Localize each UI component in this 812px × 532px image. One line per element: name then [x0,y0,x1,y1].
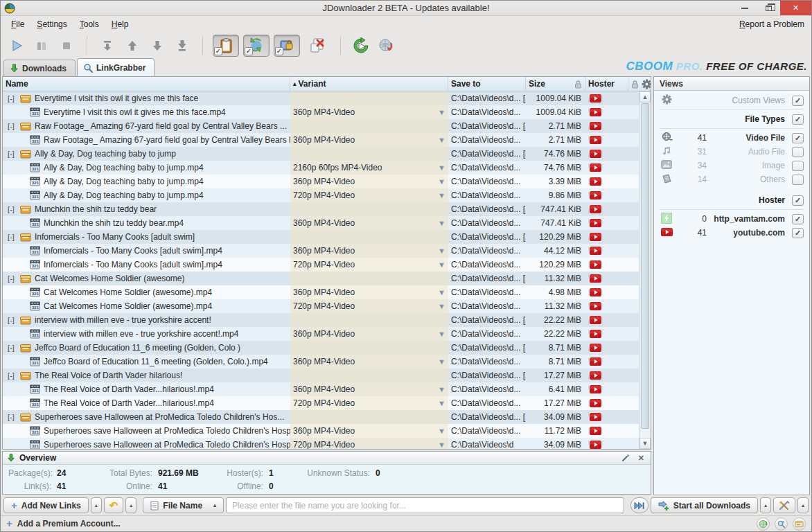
filetype-row-video-file[interactable]: 41Video File✓ [660,131,804,145]
column-header-hoster[interactable]: Hoster [585,77,628,91]
checkbox[interactable]: ✓ [792,147,804,157]
report-a-problem-link[interactable]: Report a Problem [739,19,807,29]
variant-cell[interactable]: 360p MP4-Video▼ [290,382,448,396]
link-row[interactable]: 321Ally & Day, Dog teaching baby to jump… [3,175,639,188]
log-console-icon[interactable] [793,517,806,531]
tab-linkgrabber[interactable]: LinkGrabber [77,58,155,76]
link-row[interactable]: 321Ally & Day, Dog teaching baby to jump… [3,161,639,175]
collapse-expander-icon[interactable]: [-] [6,205,17,213]
close-button[interactable]: ✕ [780,1,811,15]
variant-cell[interactable]: 720p MP4-Video▼ [290,188,448,202]
variant-dropdown-icon[interactable]: ▼ [438,427,445,435]
package-row[interactable]: [-]Munchkin the shih tzu teddy bearC:\Da… [3,202,639,216]
maximize-button[interactable] [757,1,780,15]
filetype-row-others[interactable]: 14Others✓ [660,172,804,186]
variant-dropdown-icon[interactable]: ▼ [438,260,445,269]
pause-downloads-button[interactable] [31,35,52,56]
variant-dropdown-icon[interactable]: ▼ [438,108,445,116]
tab-downloads[interactable]: Downloads [3,60,76,76]
variant-dropdown-icon[interactable]: ▼ [438,288,445,296]
menu-tools[interactable]: Tools [73,17,105,31]
link-row[interactable]: 321Jeffco Board of Education 11_6 meetin… [3,355,639,369]
package-row[interactable]: [-]Raw Footage_ Amazing 67-yard field go… [3,119,639,133]
auto-extract-toggle[interactable]: ✓ [274,35,300,57]
link-row[interactable]: 321Cat Welcomes Home Soldier (awesome).m… [3,299,639,313]
link-row[interactable]: 321The Real Voice of Darth Vader...hilar… [3,382,639,396]
start-downloads-dropdown-button[interactable]: ▴ [760,497,771,513]
variant-cell[interactable]: 360p MP4-Video▼ [290,216,448,230]
scrollbar-thumb[interactable] [641,103,649,429]
scroll-down-button[interactable]: ▼ [639,438,651,449]
variant-dropdown-icon[interactable]: ▼ [438,191,445,200]
link-row[interactable]: 321Everytime I visit this owl it gives m… [3,105,639,119]
package-row[interactable]: [-]Cat Welcomes Home Soldier (awesome)C:… [3,272,639,285]
vertical-scrollbar[interactable]: ▲ ▼ [639,91,651,449]
checkbox[interactable]: ✓ [792,114,804,125]
variant-dropdown-icon[interactable]: ▼ [438,163,445,172]
menu-help[interactable]: Help [105,17,135,31]
hoster-row-youtube-com[interactable]: 41youtube.com✓ [660,226,804,240]
variant-dropdown-icon[interactable]: ▼ [438,357,445,366]
checkbox[interactable]: ✓ [792,175,804,185]
variant-cell[interactable]: 360p MP4-Video▼ [290,424,448,438]
variant-cell[interactable]: 360p MP4-Video▼ [290,105,448,119]
variant-cell[interactable]: 720p MP4-Video▼ [290,258,448,272]
filetype-row-image[interactable]: 34Image✓ [660,159,804,172]
variant-cell[interactable]: 720p MP4-Video▼ [290,299,448,313]
undo-dropdown-button[interactable]: ▴ [125,497,136,513]
overview-close-icon[interactable]: ✕ [636,454,646,463]
variant-dropdown-icon[interactable]: ▼ [438,219,445,227]
checkbox[interactable]: ✓ [792,133,804,143]
menu-file[interactable]: File [5,17,30,31]
settings-dropdown-button[interactable]: ▴ [797,497,809,513]
move-up-button[interactable] [122,35,143,56]
link-row[interactable]: 321Raw Footage_ Amazing 67-yard field go… [3,133,639,147]
variant-dropdown-icon[interactable]: ▼ [438,399,445,407]
add-premium-account-link[interactable]: Add a Premium Account... [17,519,121,529]
package-row[interactable]: [-]Superheroes save Halloween at ProMedi… [3,410,639,424]
link-row[interactable]: 321Superheroes save Halloween at ProMedi… [3,438,639,449]
refresh-links-button[interactable] [351,35,371,56]
start-all-downloads-button[interactable]: Start all Downloads [651,497,758,513]
undo-button[interactable]: ↶ [104,497,124,513]
package-row[interactable]: [-]Infomercials - Too Many Cooks [adult … [3,230,639,244]
checkbox[interactable]: ✓ [792,161,804,171]
scroll-up-button[interactable]: ▲ [639,91,651,103]
variant-cell[interactable]: 720p MP4-Video▼ [290,438,448,449]
linkgrabber-settings-button[interactable] [773,497,795,513]
move-down-button[interactable] [147,35,168,56]
deep-decrypt-toggle[interactable]: ✓ [243,35,270,57]
variant-dropdown-icon[interactable]: ▼ [438,302,445,310]
column-header-name[interactable]: Name [3,77,290,91]
stop-downloads-button[interactable] [56,35,77,56]
checkbox[interactable]: ✓ [792,195,804,206]
variant-cell[interactable]: 720p MP4-Video▼ [290,396,448,410]
overview-settings-wrench-icon[interactable] [619,454,632,462]
table-gear-icon[interactable] [642,79,651,89]
column-header-save-to[interactable]: Save to [448,77,526,91]
variant-dropdown-icon[interactable]: ▼ [438,441,445,449]
clipboard-observer-toggle[interactable]: ✓ [213,35,239,57]
link-row[interactable]: 321Infomercials - Too Many Cooks [adult … [3,258,639,272]
column-header-variant[interactable]: ▴Variant [290,77,448,91]
link-row[interactable]: 321Ally & Day, Dog teaching baby to jump… [3,188,639,202]
minimize-button[interactable] [733,1,757,15]
package-row[interactable]: [-]Everytime I visit this owl it gives m… [3,91,639,105]
checkbox[interactable]: ✓ [792,214,804,224]
variant-cell[interactable]: 2160p 60fps MP4-Video▼ [290,161,448,175]
link-row[interactable]: 321Infomercials - Too Many Cooks [adult … [3,244,639,258]
link-row[interactable]: 321interview with millen eve - true york… [3,327,639,341]
move-to-top-button[interactable] [97,35,118,56]
collapse-expander-icon[interactable]: [-] [6,274,17,283]
filetype-row-audio-file[interactable]: 31Audio File✓ [660,145,804,159]
online-check-button[interactable] [376,35,396,56]
package-row[interactable]: [-]The Real Voice of Darth Vader hilario… [3,369,639,382]
variant-cell[interactable]: 360p MP4-Video▼ [290,327,448,341]
account-search-icon[interactable] [775,517,788,531]
connection-status-icon[interactable] [757,517,770,531]
menu-settings[interactable]: Settings [30,17,73,31]
checkbox[interactable]: ✓ [792,228,804,238]
collapse-expander-icon[interactable]: [-] [6,344,17,352]
collapse-expander-icon[interactable]: [-] [6,150,17,158]
autoconfirm-button[interactable] [630,497,648,513]
